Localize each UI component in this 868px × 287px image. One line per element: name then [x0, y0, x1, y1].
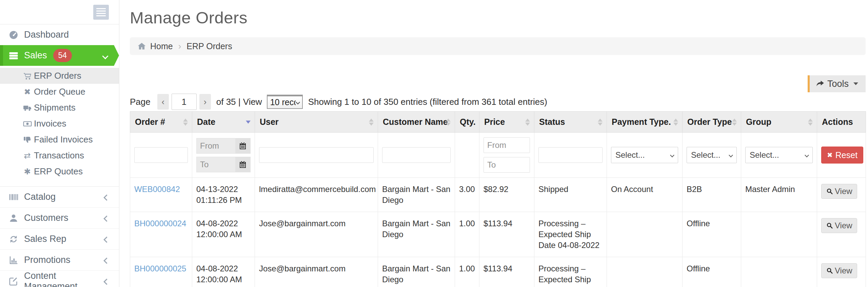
user-cell: Jose@bargainmart.com [255, 257, 378, 287]
order-type-filter-select[interactable]: Select... [687, 147, 737, 163]
price-from-input[interactable] [484, 137, 530, 153]
user-cell: Jose@bargainmart.com [255, 212, 378, 257]
sidebar-item-label: Customers [24, 213, 68, 223]
user-filter-input[interactable] [259, 147, 374, 163]
payment-cell [607, 257, 683, 287]
breadcrumb: Home › ERP Orders [130, 37, 866, 55]
date-to-input[interactable] [197, 157, 235, 172]
sidebar-item-customers[interactable]: Customers [0, 208, 119, 229]
view-order-button[interactable]: View [821, 184, 857, 199]
order-number-link[interactable]: BH000000024 [134, 219, 186, 228]
status-cell: Shipped [534, 178, 607, 212]
order-type-cell: Offline [683, 212, 741, 257]
column-header-actions: Actions [817, 112, 866, 133]
column-header-status[interactable]: Status [534, 112, 607, 133]
sidebar-item-label: Invoices [34, 118, 66, 129]
customer-filter-input[interactable] [382, 147, 451, 163]
sidebar-item-content-management[interactable]: Content Management [0, 271, 119, 287]
group-cell [741, 212, 817, 257]
page-number-input[interactable] [172, 94, 197, 110]
column-header-user[interactable]: User [255, 112, 378, 133]
sidebar-item-sales-rep[interactable]: Sales Rep [0, 229, 119, 250]
column-header-group[interactable]: Group [741, 112, 817, 133]
order-number-link[interactable]: WEB000842 [134, 185, 180, 194]
breadcrumb-current: ERP Orders [186, 41, 232, 51]
bar-chart-icon [8, 255, 19, 265]
sort-icon [183, 118, 188, 126]
sort-icon [369, 118, 374, 126]
column-header-date[interactable]: Date [192, 112, 255, 133]
menu-toggle-button[interactable] [93, 5, 109, 20]
sidebar-item-label: Promotions [24, 255, 71, 265]
customer-cell: Bargain Mart - San Diego [378, 212, 455, 257]
barcode-icon [8, 192, 19, 202]
chevron-down-icon [729, 153, 733, 157]
column-header-order[interactable]: Order # [130, 112, 192, 133]
sort-desc-icon [246, 120, 251, 123]
sidebar-item-catalog[interactable]: Catalog [0, 187, 119, 208]
chevron-down-icon [670, 153, 674, 157]
sidebar-item-transactions[interactable]: ⇄ Transactions [0, 148, 119, 164]
price-cell: $113.94 [479, 212, 534, 257]
customer-cell: Bargain Mart - San Diego [378, 257, 455, 287]
reset-filters-button[interactable]: ✖ Reset [821, 147, 863, 164]
view-order-button[interactable]: View [821, 263, 857, 278]
qty-cell: 3.00 [455, 178, 479, 212]
group-cell: Master Admin [741, 178, 817, 212]
date-from-input[interactable] [197, 138, 235, 153]
prev-page-button[interactable]: ‹ [157, 94, 169, 110]
date-cell: 04-08-2022 12:00:00 AM [192, 212, 255, 257]
sidebar-item-failed-invoices[interactable]: Failed Invoices [0, 132, 119, 148]
date-from-group [196, 138, 251, 154]
sales-submenu: ERP Orders ✖ Order Queue Shipments Invoi… [0, 66, 119, 183]
sidebar-item-shipments[interactable]: Shipments [0, 100, 119, 116]
breadcrumb-home-link[interactable]: Home [150, 41, 173, 51]
sidebar-item-order-queue[interactable]: ✖ Order Queue [0, 84, 119, 100]
status-filter-input[interactable] [538, 147, 603, 163]
calendar-icon[interactable] [235, 138, 250, 153]
group-filter-select[interactable]: Select... [745, 147, 813, 163]
tools-row: Tools [130, 75, 866, 92]
date-cell: 04-13-2022 01:11:26 PM [192, 178, 255, 212]
price-to-input[interactable] [484, 157, 530, 173]
tools-button-label: Tools [827, 79, 849, 89]
share-icon [816, 79, 825, 88]
payment-type-filter-select[interactable]: Select... [611, 147, 678, 163]
exchange-icon: ⇄ [23, 151, 32, 160]
page-count-text: of 35 | View [216, 97, 262, 107]
pagination-bar: Page ‹ › of 35 | View 10 records Showing… [130, 92, 866, 111]
chevron-left-icon [104, 234, 109, 244]
sidebar-item-erp-orders[interactable]: ERP Orders [0, 68, 119, 84]
sidebar-item-invoices[interactable]: Invoices [0, 116, 119, 132]
sales-count-badge: 54 [53, 49, 72, 62]
order-type-cell: B2B [683, 178, 741, 212]
order-type-cell: Offline [683, 257, 741, 287]
orders-table: Order # Date User Customer Name Qty. Pri… [130, 111, 866, 287]
order-number-link[interactable]: BH000000025 [134, 264, 186, 273]
sidebar-item-dashboard[interactable]: Dashboard [0, 24, 119, 45]
sidebar: Dashboard Sales 54 ERP Orders ✖ Order Qu… [0, 0, 119, 287]
truck-icon [23, 103, 32, 112]
order-filter-input[interactable] [134, 147, 188, 163]
payment-cell: On Account [607, 178, 683, 212]
records-per-page-select[interactable]: 10 records [267, 95, 303, 109]
calendar-icon[interactable] [235, 157, 250, 172]
sidebar-item-label: Order Queue [34, 87, 85, 97]
sidebar-item-sales[interactable]: Sales 54 [0, 45, 119, 66]
column-header-payment-type[interactable]: Payment Type. [607, 112, 683, 133]
sidebar-sections: Catalog Customers Sales Rep [0, 186, 119, 287]
column-header-price[interactable]: Price [479, 112, 534, 133]
view-order-button[interactable]: View [821, 218, 857, 233]
money-bill-icon [23, 119, 32, 128]
chevron-left-icon [104, 276, 109, 286]
sidebar-item-promotions[interactable]: Promotions [0, 250, 119, 271]
sidebar-item-erp-quotes[interactable]: ✱ ERP Quotes [0, 164, 119, 179]
tools-button[interactable]: Tools [808, 75, 866, 92]
app-window: Dashboard Sales 54 ERP Orders ✖ Order Qu… [0, 0, 868, 287]
status-cell: Processing – Expected Ship Date 04-08-20… [534, 212, 607, 257]
next-page-button[interactable]: › [199, 94, 211, 110]
column-header-qty[interactable]: Qty. [455, 112, 479, 133]
column-header-order-type[interactable]: Order Type [683, 112, 741, 133]
column-header-customer[interactable]: Customer Name [378, 112, 455, 133]
table-header-row: Order # Date User Customer Name Qty. Pri… [130, 112, 866, 133]
